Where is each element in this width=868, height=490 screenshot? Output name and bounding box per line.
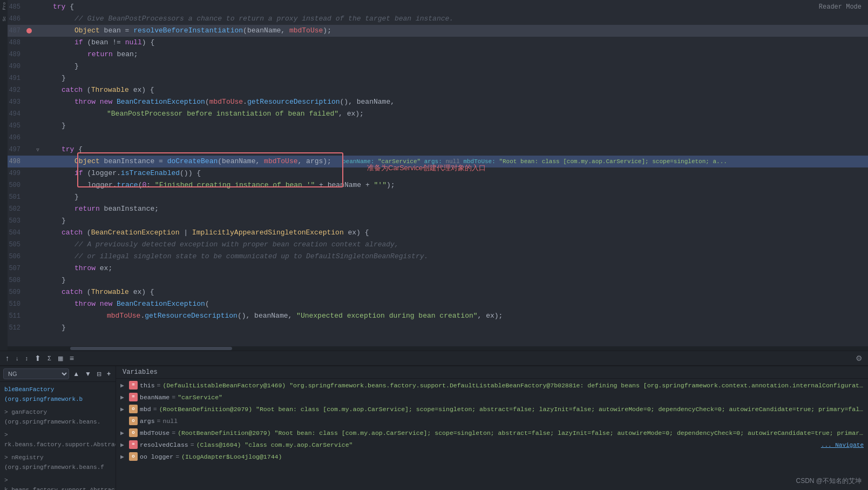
code-line-491: 491 }: [8, 72, 868, 84]
step-out-button[interactable]: ↑: [3, 353, 11, 364]
code-line-493: 493 throw new BeanCreationException(mbdT…: [8, 96, 868, 108]
variables-panel: Variables ▶ = this = (DefaultListableBea…: [116, 366, 868, 490]
code-line-501: 501 }: [8, 191, 868, 203]
code-line-512: 512 }: [8, 322, 868, 334]
frame-up-button[interactable]: ▲: [71, 370, 81, 378]
var-expand-mbdtouse[interactable]: ▶: [120, 428, 129, 438]
var-icon-beanname: =: [129, 393, 138, 401]
stack-frame-0[interactable]: bleBeanFactory (org.springframework.b: [0, 383, 116, 406]
var-expand-args: ▶: [120, 417, 129, 426]
code-line-486: 486 // Give BeanPostProcessors a chance …: [8, 13, 868, 25]
watermark: CSDN @不知名的艾坤: [796, 476, 862, 486]
var-icon-mbdtouse: o: [129, 428, 138, 437]
gear-button-container: ⚙: [853, 353, 865, 364]
var-row-logger[interactable]: ▶ o oo logger = (ILogAdapter$Loo4jlog@17…: [116, 451, 868, 463]
code-line-504: 504 catch (BeanCreationException | Impli…: [8, 227, 868, 239]
step-over-button[interactable]: ↓: [13, 354, 21, 363]
var-row-args[interactable]: ▶ o args = null: [116, 415, 868, 427]
var-row-mbd[interactable]: ▶ o mbd = (RootBeanDefinition@2079) "Roo…: [116, 404, 868, 415]
code-line-497: 497 ▽ try {: [8, 144, 868, 156]
var-icon-args: o: [129, 417, 138, 425]
var-expand-logger[interactable]: ▶: [120, 452, 129, 462]
frame-filter-button[interactable]: ⊟: [95, 370, 103, 378]
bottom-panel: NG ▲ ▼ ⊟ + bleBeanFactory (org.springfra…: [0, 366, 868, 490]
code-editor: Reader Mode Pro Sc 准备为CarService创建代理对象的入…: [0, 0, 868, 351]
frame-down-button[interactable]: ▼: [83, 370, 93, 378]
left-tab-sc[interactable]: Sc: [2, 16, 6, 22]
stack-frames-list: bleBeanFactory (org.springframework.b > …: [0, 382, 116, 490]
var-icon-resolvedclass: =: [129, 440, 138, 449]
run-to-cursor-button[interactable]: Σ: [45, 354, 53, 363]
reader-mode-button[interactable]: Reader Mode: [819, 3, 862, 11]
var-icon-mbd: o: [129, 405, 138, 413]
step-into-button[interactable]: ↕: [23, 354, 31, 363]
code-line-500: 500 logger.trace(0: "Finished creating i…: [8, 179, 868, 191]
stack-frame-1[interactable]: > ganFactory (org.springframework.beans.: [0, 406, 116, 428]
left-tab-pro[interactable]: Pro: [2, 2, 6, 10]
code-line-511: 511 mbdToUse.getResourceDescription(), b…: [8, 310, 868, 322]
code-line-487: 487 Object bean = resolveBeforeInstantia…: [8, 25, 868, 37]
code-line-507: 507 throw ex;: [8, 263, 868, 274]
stack-frame-3[interactable]: > nRegistry (org.springframework.beans.f: [0, 451, 116, 474]
code-line-489: 489 return bean;: [8, 49, 868, 61]
code-line-485: 485 try {: [8, 1, 868, 13]
more-button[interactable]: ≡: [67, 353, 76, 364]
code-scrollbar[interactable]: [0, 346, 868, 351]
var-expand-mbd[interactable]: ▶: [120, 405, 129, 414]
resume-button[interactable]: ⬆: [32, 353, 43, 364]
stack-frame-header: NG ▲ ▼ ⊟ +: [0, 366, 116, 382]
variables-list: ▶ = this = (DefaultListableBeanFactory@1…: [116, 379, 868, 490]
code-line-506: 506 // or illegal singleton state to be …: [8, 251, 868, 263]
code-scrollbar-thumb[interactable]: [70, 347, 232, 350]
code-line-492: 492 catch (Throwable ex) {: [8, 84, 868, 96]
navigate-link-resolvedclass[interactable]: ... Navigate: [821, 440, 864, 450]
var-row-resolvedclass[interactable]: ▶ = resolvedClass = (Class@1604) "class …: [116, 439, 868, 451]
var-row-beanname[interactable]: ▶ = beanName = "carService": [116, 392, 868, 404]
stack-frames-panel: NG ▲ ▼ ⊟ + bleBeanFactory (org.springfra…: [0, 366, 116, 490]
code-line-502: 502 return beanInstance;: [8, 203, 868, 215]
var-row-mbdtouse[interactable]: ▶ o mbdToUse = (RootBeanDefinition@2079)…: [116, 427, 868, 439]
evaluate-button[interactable]: ▦: [56, 354, 65, 363]
variables-header: Variables: [116, 366, 868, 379]
var-row-this[interactable]: ▶ = this = (DefaultListableBeanFactory@1…: [116, 380, 868, 392]
var-expand-beanname[interactable]: ▶: [120, 393, 129, 402]
annotation-label: 准备为CarService创建代理对象的入口: [367, 163, 486, 173]
code-line-494: 494 "BeanPostProcessor before instantiat…: [8, 108, 868, 120]
var-icon-this: =: [129, 381, 138, 390]
code-line-496: 496: [8, 132, 868, 144]
code-line-503: 503 }: [8, 215, 868, 227]
debug-toolbar: ↑ ↓ ↕ ⬆ Σ ▦ ≡ ⚙: [0, 351, 868, 366]
code-line-510: 510 throw new BeanCreationException(: [8, 298, 868, 310]
code-line-509: 509 catch (Throwable ex) {: [8, 286, 868, 298]
stack-frame-4[interactable]: > k.beans.factory.support.AbstractBean..…: [0, 474, 116, 490]
code-line-508: 508 }: [8, 274, 868, 286]
frame-select[interactable]: NG: [3, 368, 69, 379]
code-line-488: 488 if (bean != null) {: [8, 37, 868, 49]
settings-button[interactable]: ⚙: [853, 353, 865, 364]
code-line-490: 490 }: [8, 61, 868, 72]
code-line-505: 505 // A previously detected exception w…: [8, 239, 868, 251]
code-line-495: 495 }: [8, 120, 868, 132]
var-icon-logger: o: [129, 452, 138, 461]
var-expand-resolvedclass[interactable]: ▶: [120, 440, 129, 450]
frame-add-button[interactable]: +: [105, 370, 112, 378]
var-expand-this[interactable]: ▶: [120, 381, 129, 391]
stack-frame-2[interactable]: > rk.beans.factory.support.Abstract...: [0, 428, 116, 451]
